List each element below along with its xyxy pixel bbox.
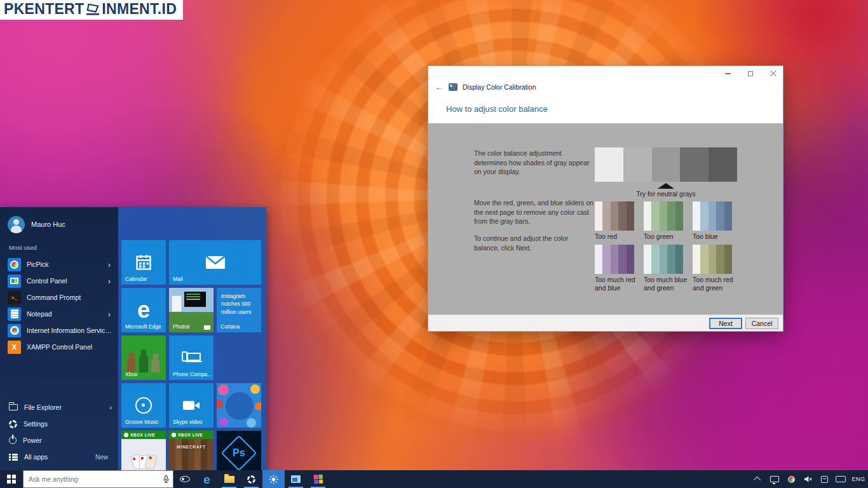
menu-item-iis[interactable]: Internet Information Services (IIS)... (8, 322, 112, 339)
tile-cortana[interactable]: Instagram notches 500 million users Cort… (217, 288, 261, 332)
instruction-text: The color balance adjustment determines … (474, 149, 595, 253)
cancel-button[interactable]: Cancel (745, 318, 778, 329)
tile-candy-crush[interactable] (217, 383, 261, 428)
gray-segment (623, 147, 652, 182)
hidden-icons-button[interactable] (750, 470, 766, 488)
command-prompt-icon: >_ (8, 291, 21, 304)
taskbar: e ENG (0, 470, 868, 488)
file-explorer-icon (9, 404, 18, 410)
most-used-heading: Most used (9, 244, 112, 251)
calibration-app-icon (449, 83, 458, 91)
tile-skype-video[interactable]: Skype video (169, 383, 214, 428)
start-menu-left-column: Mauro Huc Most used PicPick › Control Pa… (0, 207, 118, 470)
xbox-live-banner: XBOX LIVE (169, 431, 214, 439)
search-box[interactable] (23, 470, 173, 488)
chevron-right-icon: › (108, 309, 112, 319)
photo-document (172, 295, 182, 312)
search-input[interactable] (24, 475, 159, 483)
tile-xbox[interactable]: Xbox (121, 336, 166, 380)
photo-thumbnail-icon (204, 325, 210, 330)
swatch-label: Too much red and blue (595, 276, 641, 292)
tile-solitaire[interactable]: XBOX LIVE (121, 431, 166, 470)
candy-circle (219, 417, 228, 426)
picpick-tray-button[interactable] (783, 470, 799, 488)
power-icon (9, 437, 17, 444)
task-view-button[interactable] (173, 470, 196, 488)
new-badge: New (95, 454, 112, 461)
swatch-too-much-blue-green (644, 245, 683, 274)
display-tray-button[interactable] (766, 470, 783, 488)
photoshop-icon: Ps (221, 435, 257, 470)
folder-icon (224, 476, 234, 483)
edge-icon: e (203, 473, 210, 485)
gray-segment (680, 147, 709, 182)
swatch-label: Too blue (693, 233, 738, 241)
paragraph: The color balance adjustment determines … (474, 149, 595, 177)
start-button[interactable] (0, 470, 23, 488)
maximize-button[interactable] (743, 69, 757, 79)
menu-item-picpick[interactable]: PicPick › (8, 256, 112, 273)
paragraph: Move the red, green, and blue sliders on… (474, 198, 595, 226)
menu-item-xampp[interactable]: X XAMPP Control Panel (8, 339, 112, 355)
tile-groove-music[interactable]: Groove Music (121, 383, 166, 428)
user-avatar (8, 216, 25, 233)
action-center-icon (821, 476, 828, 483)
xbox-logo-icon (124, 433, 128, 437)
swatch-too-blue (693, 201, 732, 231)
user-name: Mauro Huc (31, 220, 65, 228)
tile-microsoft-edge[interactable]: e Microsoft Edge (121, 288, 166, 332)
xampp-icon: X (8, 341, 21, 354)
swatch-label: Too green (644, 233, 689, 241)
microphone-icon[interactable] (159, 475, 173, 484)
candy-circle (250, 384, 260, 394)
edge-taskbar-button[interactable]: e (196, 470, 218, 488)
swatch-too-much-red-blue (595, 245, 634, 274)
tile-mail[interactable]: Mail (169, 240, 261, 285)
file-explorer-taskbar-button[interactable] (218, 470, 240, 488)
picpick-tray-icon (788, 476, 795, 483)
candy-circle (226, 392, 254, 420)
calibration-taskbar-button[interactable] (262, 470, 285, 488)
close-button[interactable] (766, 69, 780, 79)
minecraft-texture (169, 439, 214, 470)
xbox-live-banner: XBOX LIVE (121, 431, 166, 439)
notepad-icon (8, 308, 21, 321)
tile-calendar[interactable]: Calendar (121, 240, 166, 285)
menu-item-file-explorer[interactable]: File Explorer › (8, 399, 112, 416)
touch-keyboard-button[interactable] (832, 470, 849, 488)
tile-photos[interactable]: Photos (169, 288, 214, 332)
next-button[interactable]: Next (709, 318, 742, 329)
volume-tray-button[interactable] (799, 470, 816, 488)
swatch-label: Too much red and green (693, 276, 738, 292)
menu-item-settings[interactable]: Settings (8, 416, 112, 432)
candy-circle (217, 400, 223, 409)
pointer-label: Try for neutral grays (595, 190, 737, 198)
menu-item-power[interactable]: Power (8, 432, 112, 449)
minimize-button[interactable] (721, 69, 735, 79)
menu-item-all-apps[interactable]: All apps New (8, 449, 112, 465)
tile-phone-companion[interactable]: Phone Compa... (169, 336, 214, 380)
chevron-right-icon: › (108, 276, 112, 286)
swatch-label: Too much blue and green (644, 276, 689, 292)
movies-tv-taskbar-button[interactable] (285, 470, 307, 488)
logo-text-prefix: PKENTERT (4, 1, 84, 18)
chevron-up-icon (754, 477, 761, 484)
back-arrow-icon[interactable]: ← (435, 83, 444, 92)
language-indicator[interactable]: ENG (849, 470, 868, 488)
colorful-app-taskbar-button[interactable] (307, 470, 329, 488)
chevron-right-icon: › (108, 260, 112, 269)
settings-taskbar-button[interactable] (240, 470, 262, 488)
xbox-avatar (151, 358, 159, 372)
swatch-too-red (595, 201, 634, 231)
volume-icon (804, 475, 812, 483)
tile-minecraft[interactable]: XBOX LIVE MINECRAFT (169, 431, 214, 470)
user-account-button[interactable]: Mauro Huc (8, 215, 112, 234)
menu-item-notepad[interactable]: Notepad › (8, 306, 112, 322)
candy-circle (218, 384, 229, 395)
tile-photoshop-express[interactable]: Ps (217, 431, 261, 470)
xbox-logo-icon (172, 433, 176, 437)
menu-item-control-panel[interactable]: Control Panel › (8, 273, 112, 289)
action-center-button[interactable] (816, 470, 832, 488)
pointer-triangle-icon (658, 183, 674, 189)
menu-item-command-prompt[interactable]: >_ Command Prompt (8, 289, 112, 306)
